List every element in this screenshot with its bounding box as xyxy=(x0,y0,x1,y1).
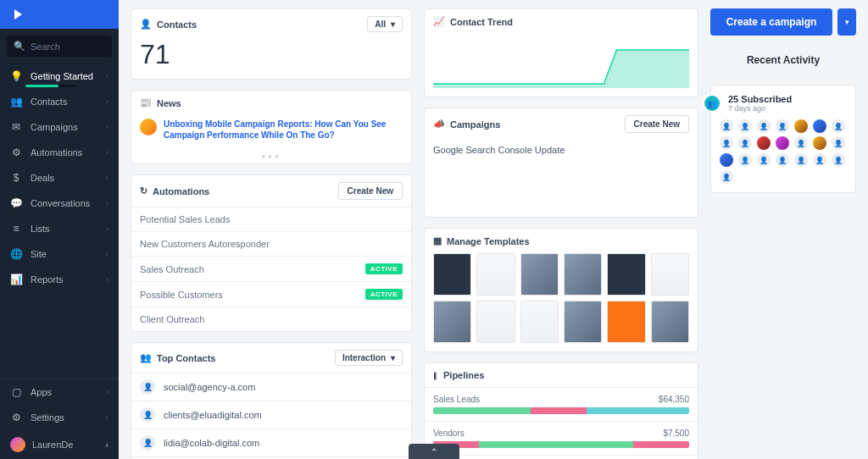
create-campaign-primary-button[interactable]: Create a campaign xyxy=(710,8,832,36)
subscriber-avatar[interactable] xyxy=(813,136,826,150)
contacts-card: 👤 Contacts All ▾ 71 xyxy=(131,8,412,80)
top-contacts-sort[interactable]: Interaction ▾ xyxy=(335,350,403,366)
pagination-dots[interactable]: ●●● xyxy=(131,149,411,163)
nav-icon: ▢ xyxy=(10,386,22,398)
subscriber-avatar[interactable]: 👤 xyxy=(794,153,808,167)
filter-icon: ⫿ xyxy=(433,370,438,380)
template-thumbnail[interactable] xyxy=(520,253,559,296)
template-thumbnail[interactable] xyxy=(564,301,602,343)
avatar xyxy=(10,437,25,452)
sidebar-item-getting-started[interactable]: 💡Getting Started› xyxy=(0,64,119,89)
pipelines-title: Pipelines xyxy=(443,370,484,380)
template-thumbnail[interactable] xyxy=(520,301,559,343)
contact-row[interactable]: 👤lidia@colab-digital.com xyxy=(131,429,411,456)
chevron-right-icon: › xyxy=(106,250,108,258)
sidebar-item-automations[interactable]: ⚙Automations› xyxy=(0,140,119,165)
template-thumbnail[interactable] xyxy=(476,253,515,296)
pipeline-row[interactable]: Sales Leads$64,350 xyxy=(425,387,698,421)
chevron-right-icon: › xyxy=(106,72,108,80)
search-icon: 🔍 xyxy=(14,41,25,52)
sidebar-item-settings[interactable]: ⚙Settings› xyxy=(0,405,119,430)
pipeline-row[interactable]: Vendors$7,500 xyxy=(425,421,698,455)
template-thumbnail[interactable] xyxy=(651,253,689,296)
chevron-down-icon: ▾ xyxy=(391,19,395,29)
chevron-right-icon: › xyxy=(106,275,108,284)
template-thumbnail[interactable] xyxy=(607,301,645,343)
sidebar-item-site[interactable]: 🌐Site› xyxy=(0,241,119,267)
subscriber-avatar[interactable] xyxy=(757,136,771,150)
subscriber-avatar[interactable]: 👤 xyxy=(720,119,733,133)
subscriber-avatar[interactable]: 👤 xyxy=(720,136,733,150)
subscriber-avatar[interactable]: 👤 xyxy=(757,153,771,167)
activity-title: 25 Subscribed xyxy=(728,94,792,104)
subscriber-avatar[interactable]: 👤 xyxy=(832,136,845,150)
contacts-filter[interactable]: All ▾ xyxy=(367,16,403,32)
bottom-drawer-handle[interactable]: ⌃ xyxy=(409,444,459,459)
chevron-right-icon: › xyxy=(106,174,108,182)
chevron-right-icon: › xyxy=(106,388,108,396)
subscriber-avatar[interactable]: 👤 xyxy=(776,119,789,133)
subscriber-avatar[interactable] xyxy=(720,153,733,167)
subscriber-avatar[interactable]: 👤 xyxy=(738,136,752,150)
search-input[interactable]: 🔍 Search xyxy=(7,36,112,57)
subscriber-avatar[interactable] xyxy=(776,136,789,150)
chevron-right-icon: › xyxy=(106,199,108,207)
pipeline-row[interactable]: Potential Customers$125,750 xyxy=(425,455,698,459)
nav-bottom: ▢Apps›⚙Settings› xyxy=(0,379,119,430)
create-campaign-button[interactable]: Create New xyxy=(625,115,689,133)
activity-time: 7 days ago xyxy=(728,104,792,113)
subscriber-avatar[interactable]: 👤 xyxy=(738,119,752,133)
subscriber-avatar[interactable]: 👤 xyxy=(776,153,789,167)
sidebar-item-apps[interactable]: ▢Apps› xyxy=(0,379,119,405)
chevron-down-icon: ▾ xyxy=(391,353,395,362)
template-thumbnail[interactable] xyxy=(433,253,471,296)
subscriber-avatar[interactable]: 👤 xyxy=(720,170,733,184)
subscriber-avatar[interactable]: 👤 xyxy=(794,136,808,150)
automation-row[interactable]: Sales OutreachACTIVE xyxy=(131,256,411,281)
automations-title: Automations xyxy=(153,186,209,196)
sidebar-item-campaigns[interactable]: ✉Campaigns› xyxy=(0,114,119,140)
automation-row[interactable]: New Customers Autoresponder xyxy=(131,231,411,256)
subscriber-avatar[interactable]: 👤 xyxy=(757,119,771,133)
automation-row[interactable]: Client Outreach xyxy=(131,307,411,331)
template-thumbnail[interactable] xyxy=(607,253,645,296)
automations-card: ↻ Automations Create New Potential Sales… xyxy=(131,174,412,332)
user-menu[interactable]: LaurenDe › xyxy=(0,430,119,459)
campaign-dropdown-button[interactable]: ▾ xyxy=(837,8,856,36)
megaphone-icon: 📣 xyxy=(433,119,445,130)
top-contacts-card: 👥 Top Contacts Interaction ▾ 👤social@age… xyxy=(131,342,412,459)
nav-icon: 💬 xyxy=(10,197,22,209)
sidebar-item-contacts[interactable]: 👥Contacts› xyxy=(0,89,119,114)
automation-row[interactable]: Possible CustomersACTIVE xyxy=(131,281,411,307)
nav-icon: 👥 xyxy=(10,96,22,108)
subscriber-avatar[interactable]: 👤 xyxy=(832,119,845,133)
contact-row[interactable]: 👤social@agency-a.com xyxy=(131,373,411,401)
template-thumbnail[interactable] xyxy=(476,301,515,343)
automation-row[interactable]: Potential Sales Leads xyxy=(131,207,411,231)
subscriber-avatar[interactable]: 👤 xyxy=(813,153,826,167)
contact-row[interactable]: 👤clients@eluadigital.com xyxy=(131,401,411,429)
logo[interactable] xyxy=(0,0,119,29)
sidebar-item-reports[interactable]: 📊Reports› xyxy=(0,267,119,292)
template-thumbnail[interactable] xyxy=(433,301,471,343)
create-automation-button[interactable]: Create New xyxy=(338,182,403,200)
news-card: 📰 News Unboxing Mobile Campaign Reports:… xyxy=(131,90,412,164)
contact-avatar: 👤 xyxy=(140,379,155,395)
chevron-right-icon: › xyxy=(106,148,108,157)
templates-card: ▦ Manage Templates xyxy=(424,228,698,352)
news-headline[interactable]: Unboxing Mobile Campaign Reports: How Ca… xyxy=(164,119,403,141)
chevron-right-icon: › xyxy=(106,123,108,131)
subscriber-avatar[interactable] xyxy=(794,119,808,133)
subscriber-avatar[interactable]: 👤 xyxy=(738,153,752,167)
campaign-item[interactable]: Google Search Console Update xyxy=(425,140,698,160)
sidebar-item-deals[interactable]: $Deals› xyxy=(0,165,119,191)
template-thumbnail[interactable] xyxy=(651,301,689,343)
sidebar-item-conversations[interactable]: 💬Conversations› xyxy=(0,191,119,216)
subscriber-avatar[interactable]: 👤 xyxy=(832,153,845,167)
template-thumbnail[interactable] xyxy=(564,253,602,296)
subscribed-icon: 👥 xyxy=(703,94,721,113)
person-icon: 👤 xyxy=(140,19,152,30)
sidebar-item-lists[interactable]: ≡Lists› xyxy=(0,216,119,241)
contacts-title: Contacts xyxy=(157,19,197,30)
subscriber-avatar[interactable] xyxy=(813,119,826,133)
